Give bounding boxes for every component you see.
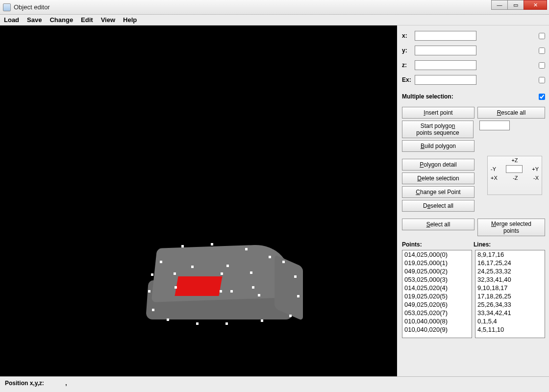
menu-load[interactable]: Load [4, 16, 19, 24]
y-label: y: [402, 47, 415, 54]
ex-checkbox[interactable] [539, 77, 545, 83]
nudge-plus-x[interactable]: +X [491, 175, 498, 181]
x-checkbox[interactable] [539, 33, 545, 39]
menu-change[interactable]: Change [50, 16, 73, 24]
merge-selected-button[interactable]: Merge selectedpoints [477, 219, 545, 236]
viewport-3d[interactable] [0, 25, 397, 376]
multiple-selection-checkbox[interactable] [539, 94, 545, 100]
points-list-item[interactable]: 053,025,020(7) [402, 309, 472, 317]
ex-label: Ex: [402, 76, 415, 83]
lines-list-item[interactable]: 33,34,42,41 [475, 309, 545, 317]
window-title: Object editor [14, 3, 50, 11]
build-polygon-button[interactable]: Build polygon [402, 140, 474, 152]
insert-point-button[interactable]: Insert point [402, 107, 474, 119]
lines-list-item[interactable]: 9,10,18,17 [475, 284, 545, 292]
lines-list-item[interactable]: 32,33,41,40 [475, 275, 545, 284]
menu-help[interactable]: Help [123, 16, 137, 24]
rescale-all-button[interactable]: Rescale all [477, 107, 545, 119]
menu-edit[interactable]: Edit [81, 16, 93, 24]
multiple-selection-label: Multiple selection: [402, 93, 453, 100]
lines-list-item[interactable]: 24,25,33,32 [475, 267, 545, 275]
z-label: z: [402, 62, 415, 69]
status-value: , [65, 380, 67, 387]
z-checkbox[interactable] [539, 62, 545, 69]
menu-bar: Load Save Change Edit View Help [0, 15, 549, 25]
lines-list-item[interactable]: 25,26,34,33 [475, 300, 545, 309]
y-input[interactable] [415, 46, 476, 55]
deselect-all-button[interactable]: Deselect all [402, 200, 474, 212]
start-polygon-button[interactable]: Start polygonpoints sequence [402, 121, 474, 138]
select-all-button[interactable]: Select all [402, 219, 474, 230]
lines-list-item[interactable]: 4,5,11,10 [475, 325, 545, 334]
ex-input[interactable] [415, 75, 476, 85]
status-label: Position x,y,z: [5, 380, 44, 387]
lines-list-item[interactable]: 8,9,17,16 [475, 250, 545, 259]
nudge-minus-z[interactable]: -Z [513, 175, 518, 181]
points-list-item[interactable]: 019,025,020(5) [402, 292, 472, 300]
model-car [147, 241, 304, 329]
maximize-button[interactable]: ▭ [507, 0, 524, 10]
window-controls: — ▭ ✕ [492, 0, 547, 10]
x-label: x: [402, 32, 415, 39]
nudge-panel: +Z -Y +Y +X -Z -X [487, 156, 542, 195]
points-list-item[interactable]: 010,040,000(8) [402, 317, 472, 325]
x-input[interactable] [415, 31, 476, 41]
side-panel: x: y: z: Ex: Multiple selection: [397, 25, 549, 376]
sequence-input[interactable] [479, 121, 510, 130]
nudge-plus-z[interactable]: +Z [511, 157, 518, 163]
nudge-minus-y[interactable]: -Y [491, 166, 496, 172]
delete-selection-button[interactable]: Delete selection [402, 172, 474, 184]
lines-list-item[interactable]: 0,1,5,4 [475, 317, 545, 325]
points-list-item[interactable]: 049,025,000(2) [402, 267, 472, 275]
lines-list-item[interactable]: 16,17,25,24 [475, 259, 545, 267]
points-list-item[interactable]: 049,025,020(6) [402, 300, 472, 309]
points-listbox[interactable]: 014,025,000(0)019,025,000(1)049,025,000(… [402, 250, 472, 338]
title-bar: Object editor — ▭ ✕ [0, 0, 549, 15]
status-bar: Position x,y,z: , [0, 376, 549, 390]
points-list-item[interactable]: 014,025,000(0) [402, 250, 472, 259]
menu-save[interactable]: Save [27, 16, 42, 24]
points-header: Points: [402, 241, 474, 248]
nudge-input[interactable] [506, 165, 523, 173]
lines-list-item[interactable]: 17,18,26,25 [475, 292, 545, 300]
y-checkbox[interactable] [539, 48, 545, 54]
menu-view[interactable]: View [101, 16, 115, 24]
lines-header: Lines: [474, 241, 545, 248]
nudge-minus-x[interactable]: -X [533, 175, 539, 181]
lines-listbox[interactable]: 8,9,17,1616,17,25,2424,25,33,3232,33,41,… [475, 250, 545, 338]
minimize-button[interactable]: — [491, 0, 508, 10]
points-list-item[interactable]: 010,040,020(9) [402, 325, 472, 334]
points-list-item[interactable]: 053,025,000(3) [402, 275, 472, 284]
app-icon [3, 3, 11, 11]
nudge-plus-y[interactable]: +Y [532, 166, 539, 172]
change-sel-point-button[interactable]: Change sel Point [402, 186, 474, 198]
z-input[interactable] [415, 60, 476, 70]
close-button[interactable]: ✕ [524, 0, 547, 10]
points-list-item[interactable]: 019,025,000(1) [402, 259, 472, 267]
polygon-detail-button[interactable]: Polygon detail [402, 159, 474, 171]
points-list-item[interactable]: 014,025,020(4) [402, 284, 472, 292]
